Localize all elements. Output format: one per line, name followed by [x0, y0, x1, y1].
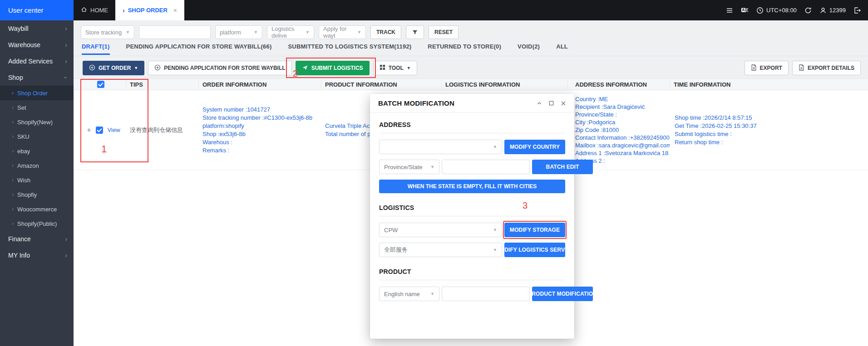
logistics-delivery-select[interactable]: Logistics delive▼	[267, 25, 314, 39]
pending-application-button[interactable]: PENDING APPLICATION FOR STORE WAYBILL	[148, 61, 291, 75]
modify-logistics-service-button[interactable]: MODIFY LOGISTICS SERVICE	[504, 243, 565, 257]
sidebar-item-warehouse[interactable]: Warehouse›	[0, 37, 74, 53]
tab-shop-order[interactable]: › SHOP ORDER ×	[115, 0, 184, 20]
modify-storage-button[interactable]: MODIFY STORAGE	[504, 223, 565, 237]
sidebar-item-shopfiy[interactable]: ›Shopfiy	[0, 187, 74, 202]
submit-logistics-button[interactable]: SUBMIT LOGISTICS	[296, 61, 370, 75]
tab-shop-order-label: SHOP ORDER	[128, 7, 168, 14]
sidebar-item-wish[interactable]: ›Wish	[0, 173, 74, 187]
tab-void[interactable]: VOID(2)	[518, 43, 540, 54]
country-select[interactable]: ▼	[379, 140, 502, 154]
select-value: 全部服务	[384, 246, 408, 254]
select-all-checkbox[interactable]	[97, 81, 104, 88]
sidebar-item-label: Amazon	[17, 162, 39, 169]
reset-button[interactable]: RESET	[429, 25, 459, 39]
sidebar-item-waybill[interactable]: Waybill›	[0, 20, 74, 37]
track-button[interactable]: TRACK	[370, 25, 401, 39]
product-modification-button[interactable]: PRODUCT MODIFICATION	[532, 287, 593, 301]
sidebar-item-shop-order[interactable]: ›Shop Order	[0, 86, 74, 100]
batch-modification-modal: BATCH MODIFICATION ADDRESS ▼ MODIFY COUN…	[370, 94, 574, 339]
view-link[interactable]: View	[108, 127, 120, 133]
search-input[interactable]	[139, 25, 211, 39]
chevron-right-icon: ›	[12, 162, 14, 169]
sidebar-item-label: SKU	[17, 133, 30, 140]
expand-row-icon[interactable]: +	[87, 127, 91, 134]
logout-icon[interactable]	[853, 7, 861, 14]
section-address: ADDRESS ▼ MODIFY COUNTRY Province/State▼…	[379, 121, 565, 193]
batch-edit-input[interactable]	[442, 160, 530, 174]
tab-all[interactable]: ALL	[556, 43, 568, 54]
sidebar-item-label: Waybill	[8, 25, 29, 32]
brand[interactable]: User center	[0, 0, 74, 20]
section-title-label: LOGISTICS	[379, 204, 414, 211]
button-label: GET ORDER	[99, 65, 131, 71]
select-value: English name	[384, 291, 420, 297]
tab-submitted-logistics[interactable]: SUBMITTED TO LOGISTICS SYSTEM(1192)	[288, 43, 412, 54]
tab-returned-store[interactable]: RETURNED TO STORE(0)	[428, 43, 501, 54]
store-tracking-select[interactable]: Store tracking▼	[81, 25, 134, 39]
refresh-icon[interactable]	[804, 7, 812, 14]
timezone-label: UTC+08:00	[766, 7, 797, 14]
sidebar-item-label: Shopify(New)	[17, 119, 53, 126]
tab-draft[interactable]: DRAFT(1)	[82, 43, 110, 55]
close-icon[interactable]	[561, 101, 566, 106]
platform-select[interactable]: platform▼	[215, 25, 262, 39]
province-state-select[interactable]: Province/State▼	[379, 160, 439, 174]
modify-country-button[interactable]: MODIFY COUNTRY	[504, 140, 565, 154]
tab-home-label: HOME	[90, 7, 108, 14]
tab-home[interactable]: HOME	[74, 0, 115, 20]
menu-icon[interactable]	[726, 7, 733, 14]
modify-service-row: 全部服务▼ MODIFY LOGISTICS SERVICE	[379, 243, 565, 257]
sidebar-item-label: Added Services	[8, 58, 53, 65]
chevron-down-icon: ▼	[430, 292, 434, 296]
sidebar-item-label: Shop Order	[17, 90, 48, 97]
topbar: User center HOME › SHOP ORDER × UTC+08:0…	[0, 0, 868, 20]
sidebar-item-my-info[interactable]: MY Info›	[0, 247, 74, 263]
tab-pending-application[interactable]: PENDING APPLICATION FOR STORE WAYBILL(66…	[126, 43, 272, 54]
tool-button[interactable]: TOOL ▼	[373, 61, 417, 75]
button-label: EXPORT DETAILS	[808, 65, 854, 71]
chevron-right-icon: ›	[65, 252, 67, 259]
button-label: TOOL	[389, 65, 404, 71]
chevron-right-icon: ›	[12, 206, 14, 212]
user-count[interactable]: 12399	[819, 7, 846, 14]
sidebar-item-set[interactable]: ›Set	[0, 100, 74, 115]
close-tab-icon[interactable]: ×	[173, 7, 177, 14]
timezone-indicator[interactable]: UTC+08:00	[756, 7, 797, 14]
fill-state-with-cities-button[interactable]: WHEN THE STATE IS EMPTY, FILL IT WITH CI…	[379, 180, 565, 193]
chevron-down-icon: ▼	[493, 248, 497, 252]
apply-waybill-select[interactable]: Apply for wayt▼	[319, 25, 366, 39]
sidebar-item-finance[interactable]: Finance›	[0, 231, 74, 247]
chevron-right-icon: ›	[123, 7, 125, 14]
chevron-down-icon: ▼	[306, 30, 310, 34]
sidebar-item-woocommerce[interactable]: ›Woocommerce	[0, 202, 74, 216]
maximize-icon[interactable]	[549, 101, 554, 106]
logistics-service-select[interactable]: 全部服务▼	[379, 243, 502, 257]
order-line: Remarks :	[202, 146, 318, 155]
sidebar-item-shop[interactable]: Shop›	[0, 69, 74, 86]
sidebar-item-label: Shop	[8, 74, 23, 81]
export-button[interactable]: EXPORT	[745, 61, 789, 75]
clock-icon	[756, 7, 764, 14]
get-order-button[interactable]: GET ORDER ▼	[83, 61, 144, 75]
batch-edit-button[interactable]: BATCH EDIT	[532, 160, 593, 174]
address-line: Address 1 :Svetozara Markovića 18	[575, 149, 666, 157]
product-modification-input[interactable]	[442, 287, 530, 301]
order-line: Warehous :	[202, 138, 318, 146]
filter-funnel-button[interactable]	[406, 25, 424, 39]
chevron-down-icon: ›	[63, 77, 70, 79]
modal-body: ADDRESS ▼ MODIFY COUNTRY Province/State▼…	[370, 113, 574, 316]
storage-select[interactable]: CPW▼	[379, 223, 502, 237]
row-checkbox[interactable]	[96, 127, 103, 134]
product-field-select[interactable]: English name▼	[379, 287, 439, 301]
sidebar-item-ebay[interactable]: ›ebay	[0, 144, 74, 158]
translate-icon[interactable]	[741, 6, 749, 14]
sidebar-item-added-services[interactable]: Added Services›	[0, 53, 74, 69]
user-icon	[819, 7, 827, 14]
sidebar-item-shopify-public[interactable]: ›Shopify(Public)	[0, 216, 74, 231]
export-details-button[interactable]: EXPORT DETAILS	[792, 61, 861, 75]
sidebar-item-sku[interactable]: ›SKU	[0, 129, 74, 144]
collapse-icon[interactable]	[537, 101, 542, 106]
sidebar-item-amazon[interactable]: ›Amazon	[0, 158, 74, 173]
sidebar-item-shopify-new[interactable]: ›Shopify(New)	[0, 115, 74, 129]
